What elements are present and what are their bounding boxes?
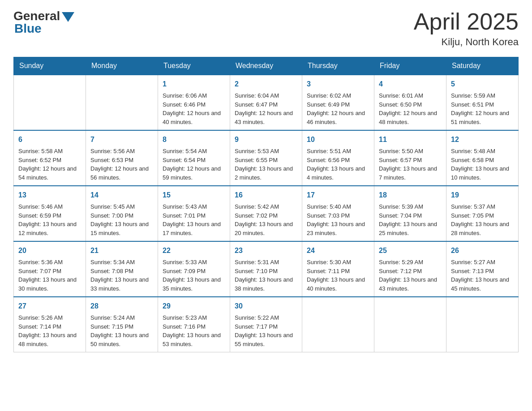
day-number: 16 (235, 190, 297, 201)
sunrise-text: Sunrise: 5:40 AM (307, 202, 369, 211)
day-number: 2 (235, 79, 297, 90)
sunset-text: Sunset: 7:09 PM (163, 267, 225, 276)
sunrise-text: Sunrise: 5:45 AM (90, 202, 153, 211)
sunset-text: Sunset: 6:52 PM (18, 156, 81, 165)
sunset-text: Sunset: 7:03 PM (307, 211, 369, 220)
day-number: 24 (307, 245, 369, 256)
table-row: 29Sunrise: 5:23 AMSunset: 7:16 PMDayligh… (158, 297, 230, 352)
daylight-text: Daylight: 13 hours and 43 minutes. (379, 275, 442, 293)
day-number: 12 (451, 134, 514, 145)
daylight-text: Daylight: 13 hours and 20 minutes. (235, 220, 297, 237)
day-number: 14 (90, 190, 153, 201)
day-number: 15 (163, 190, 225, 201)
table-row (14, 75, 86, 130)
sunrise-text: Sunrise: 5:31 AM (235, 258, 297, 267)
table-row: 6Sunrise: 5:58 AMSunset: 6:52 PMDaylight… (14, 130, 86, 186)
sunset-text: Sunset: 7:17 PM (235, 322, 297, 331)
day-number: 20 (18, 245, 81, 256)
sunset-text: Sunset: 6:55 PM (235, 156, 297, 165)
logo: General Blue (13, 9, 74, 36)
sunrise-text: Sunrise: 5:22 AM (235, 313, 297, 322)
sunset-text: Sunset: 6:49 PM (307, 100, 369, 109)
sunset-text: Sunset: 6:47 PM (235, 100, 297, 109)
daylight-text: Daylight: 13 hours and 10 minutes. (451, 164, 514, 182)
day-number: 7 (90, 134, 153, 145)
sunrise-text: Sunrise: 5:59 AM (451, 91, 514, 100)
sunrise-text: Sunrise: 5:48 AM (451, 147, 514, 156)
sunset-text: Sunset: 7:10 PM (235, 267, 297, 276)
day-number: 25 (379, 245, 442, 256)
table-row: 30Sunrise: 5:22 AMSunset: 7:17 PMDayligh… (230, 297, 302, 352)
daylight-text: Daylight: 13 hours and 12 minutes. (18, 220, 81, 237)
daylight-text: Daylight: 12 hours and 43 minutes. (235, 109, 297, 126)
sunrise-text: Sunrise: 5:37 AM (451, 202, 514, 211)
daylight-text: Daylight: 13 hours and 7 minutes. (379, 164, 442, 182)
daylight-text: Daylight: 13 hours and 35 minutes. (163, 275, 225, 293)
sunset-text: Sunset: 7:05 PM (451, 211, 514, 220)
title-block: April 2025 Kilju, North Korea (414, 9, 519, 48)
sunrise-text: Sunrise: 5:30 AM (307, 258, 369, 267)
sunrise-text: Sunrise: 5:54 AM (163, 147, 225, 156)
table-row: 8Sunrise: 5:54 AMSunset: 6:54 PMDaylight… (158, 130, 230, 186)
calendar-row: 13Sunrise: 5:46 AMSunset: 6:59 PMDayligh… (14, 186, 519, 241)
day-number: 3 (307, 79, 369, 90)
daylight-text: Daylight: 13 hours and 28 minutes. (451, 220, 514, 237)
sunset-text: Sunset: 7:16 PM (163, 322, 225, 331)
col-sunday: Sunday (14, 57, 86, 75)
table-row: 10Sunrise: 5:51 AMSunset: 6:56 PMDayligh… (302, 130, 374, 186)
daylight-text: Daylight: 12 hours and 48 minutes. (379, 109, 442, 126)
daylight-text: Daylight: 13 hours and 53 minutes. (163, 331, 225, 348)
col-tuesday: Tuesday (158, 57, 230, 75)
logo-blue-text: Blue (13, 21, 42, 36)
day-number: 13 (18, 190, 81, 201)
table-row: 11Sunrise: 5:50 AMSunset: 6:57 PMDayligh… (374, 130, 446, 186)
sunset-text: Sunset: 6:57 PM (379, 156, 442, 165)
table-row: 28Sunrise: 5:24 AMSunset: 7:15 PMDayligh… (86, 297, 158, 352)
calendar-subtitle: Kilju, North Korea (414, 36, 519, 48)
table-row: 19Sunrise: 5:37 AMSunset: 7:05 PMDayligh… (446, 186, 519, 241)
day-number: 19 (451, 190, 514, 201)
sunset-text: Sunset: 6:54 PM (163, 156, 225, 165)
sunrise-text: Sunrise: 5:50 AM (379, 147, 442, 156)
table-row (446, 297, 519, 352)
calendar-row: 27Sunrise: 5:26 AMSunset: 7:14 PMDayligh… (14, 297, 519, 352)
sunrise-text: Sunrise: 5:24 AM (90, 313, 153, 322)
daylight-text: Daylight: 13 hours and 45 minutes. (451, 275, 514, 293)
day-number: 21 (90, 245, 153, 256)
table-row: 14Sunrise: 5:45 AMSunset: 7:00 PMDayligh… (86, 186, 158, 241)
daylight-text: Daylight: 12 hours and 51 minutes. (451, 109, 514, 126)
sunrise-text: Sunrise: 5:27 AM (451, 258, 514, 267)
sunset-text: Sunset: 6:46 PM (163, 100, 225, 109)
daylight-text: Daylight: 13 hours and 38 minutes. (235, 275, 297, 293)
sunrise-text: Sunrise: 5:56 AM (90, 147, 153, 156)
sunset-text: Sunset: 7:08 PM (90, 267, 153, 276)
sunset-text: Sunset: 7:00 PM (90, 211, 153, 220)
daylight-text: Daylight: 12 hours and 59 minutes. (163, 164, 225, 182)
daylight-text: Daylight: 13 hours and 50 minutes. (90, 331, 153, 348)
table-row: 2Sunrise: 6:04 AMSunset: 6:47 PMDaylight… (230, 75, 302, 130)
col-monday: Monday (86, 57, 158, 75)
table-row: 26Sunrise: 5:27 AMSunset: 7:13 PMDayligh… (446, 241, 519, 297)
table-row: 1Sunrise: 6:06 AMSunset: 6:46 PMDaylight… (158, 75, 230, 130)
daylight-text: Daylight: 13 hours and 48 minutes. (18, 331, 81, 348)
sunrise-text: Sunrise: 5:29 AM (379, 258, 442, 267)
calendar-table: Sunday Monday Tuesday Wednesday Thursday… (13, 57, 519, 352)
table-row: 23Sunrise: 5:31 AMSunset: 7:10 PMDayligh… (230, 241, 302, 297)
table-row (302, 297, 374, 352)
sunrise-text: Sunrise: 6:04 AM (235, 91, 297, 100)
calendar-title: April 2025 (414, 9, 519, 34)
day-number: 23 (235, 245, 297, 256)
daylight-text: Daylight: 12 hours and 56 minutes. (90, 164, 153, 182)
day-number: 22 (163, 245, 225, 256)
table-row: 17Sunrise: 5:40 AMSunset: 7:03 PMDayligh… (302, 186, 374, 241)
sunrise-text: Sunrise: 5:42 AM (235, 202, 297, 211)
sunrise-text: Sunrise: 5:33 AM (163, 258, 225, 267)
table-row: 18Sunrise: 5:39 AMSunset: 7:04 PMDayligh… (374, 186, 446, 241)
sunrise-text: Sunrise: 5:43 AM (163, 202, 225, 211)
table-row: 4Sunrise: 6:01 AMSunset: 6:50 PMDaylight… (374, 75, 446, 130)
table-row: 7Sunrise: 5:56 AMSunset: 6:53 PMDaylight… (86, 130, 158, 186)
daylight-text: Daylight: 12 hours and 40 minutes. (163, 109, 225, 126)
sunrise-text: Sunrise: 5:39 AM (379, 202, 442, 211)
table-row: 5Sunrise: 5:59 AMSunset: 6:51 PMDaylight… (446, 75, 519, 130)
day-number: 27 (18, 301, 81, 312)
